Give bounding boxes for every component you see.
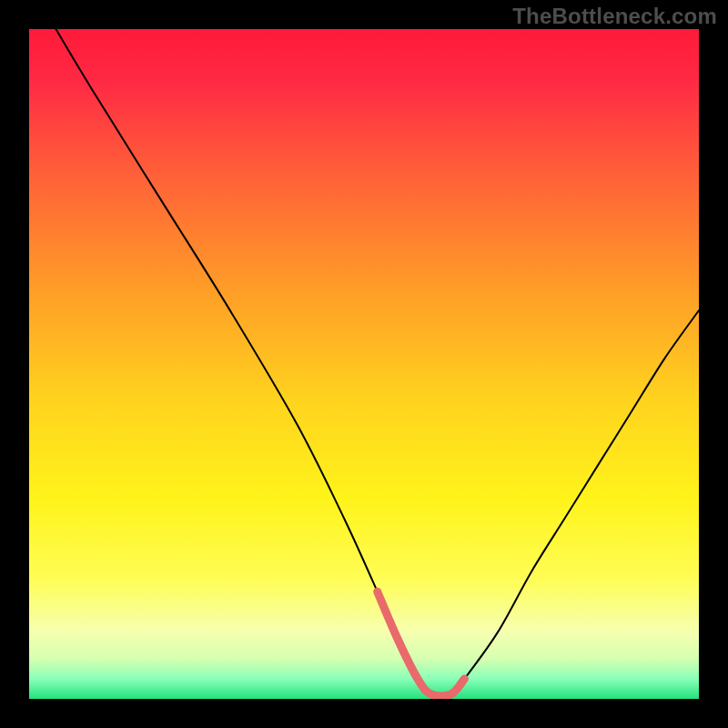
plot-area [29,29,699,699]
gradient-background [29,29,699,699]
bottleneck-curve-chart [29,29,699,699]
chart-frame: TheBottleneck.com [0,0,728,728]
watermark-text: TheBottleneck.com [512,4,717,29]
